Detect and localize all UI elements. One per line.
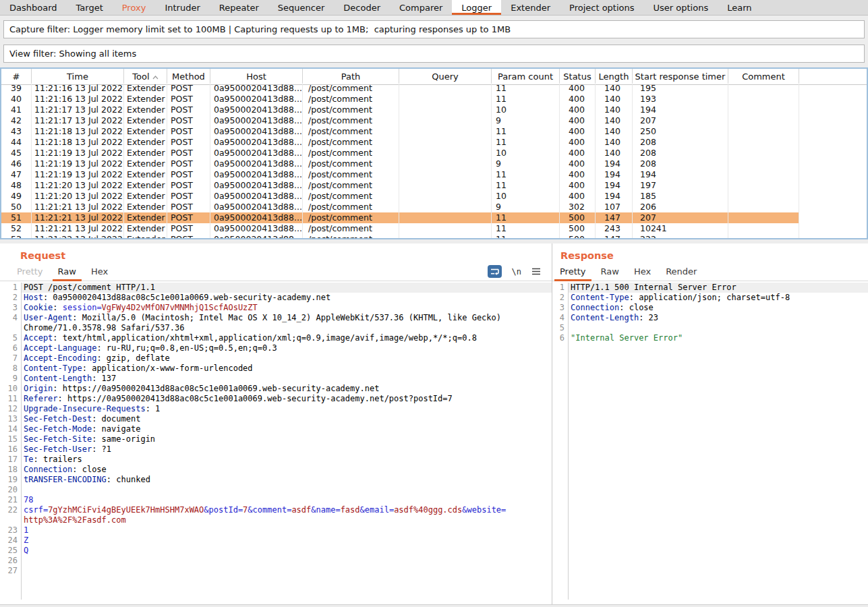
menu-tab-logger[interactable]: Logger — [452, 0, 501, 15]
newline-toggle-icon[interactable]: \n — [512, 267, 521, 277]
line-number: 6 — [0, 343, 21, 353]
editor-line: 5Accept: text/html,application/xhtml+xml… — [0, 333, 552, 343]
code-segment: Cookie — [24, 303, 53, 312]
code-segment: Connection — [571, 303, 619, 312]
line-number: 12 — [0, 404, 21, 414]
column-header-start-response-timer[interactable]: Start response timer — [633, 69, 728, 84]
menu-tab-label: Decoder — [343, 3, 380, 13]
menu-tab-decoder[interactable]: Decoder — [334, 0, 390, 15]
code-segment: Upgrade-Insecure-Requests — [24, 404, 146, 413]
menu-tab-user-options[interactable]: User options — [644, 0, 718, 15]
editor-menu-icon[interactable] — [531, 268, 541, 275]
editor-line: 19tRANSFER-ENCODING: chunked — [0, 475, 552, 485]
cell-tool: Extender — [124, 94, 167, 105]
response-tab-render[interactable]: Render — [658, 262, 704, 281]
table-row[interactable]: 5311:21:22 13 Jul 2022ExtenderPOST0a9500… — [1, 234, 799, 239]
menu-tab-learn[interactable]: Learn — [718, 0, 761, 15]
table-row[interactable]: 3911:21:16 13 Jul 2022ExtenderPOST0a9500… — [1, 83, 799, 94]
cell-status: 400 — [560, 180, 596, 191]
column-header-tool[interactable]: Tool — [124, 69, 167, 84]
cell-params: 9 — [492, 202, 560, 212]
column-header-method[interactable]: Method — [167, 69, 210, 84]
cell-status: 400 — [560, 148, 596, 158]
code-segment: &comment= — [248, 505, 291, 515]
column-header-time[interactable]: Time — [32, 69, 124, 84]
cell-tool: Extender — [124, 148, 167, 158]
code-segment: : Mozilla/5.0 (Macintosh; Intel Mac OS X… — [72, 313, 501, 322]
column-header-path[interactable]: Path — [303, 69, 399, 84]
table-row[interactable]: 4411:21:18 13 Jul 2022ExtenderPOST0a9500… — [1, 137, 799, 148]
cell-time: 11:21:22 13 Jul 2022 — [32, 234, 124, 239]
cell-path: /post/comment — [303, 94, 399, 105]
column-header-filler — [799, 69, 867, 84]
table-row[interactable]: 4811:21:20 13 Jul 2022ExtenderPOST0a9500… — [1, 180, 799, 191]
table-row[interactable]: 4211:21:17 13 Jul 2022ExtenderPOST0a9500… — [1, 115, 799, 126]
code-line: Cookie: session=VgFWy4D2vMfON7vMNMhjQ1Sc… — [21, 303, 552, 313]
menu-tab-proxy[interactable]: Proxy — [113, 0, 156, 15]
code-line: http%3A%2F%2Fasdf.com — [21, 515, 552, 525]
request-tab-raw[interactable]: Raw — [51, 262, 84, 281]
editor-line: 1HTTP/1.1 500 Internal Server Error — [552, 283, 868, 293]
menu-tab-project-options[interactable]: Project options — [560, 0, 644, 15]
request-editor[interactable]: 1POST /post/comment HTTP/1.12Host: 0a950… — [0, 283, 552, 600]
table-row[interactable]: 5111:21:21 13 Jul 2022ExtenderPOST0a9500… — [1, 212, 799, 223]
editor-line: 4Content-Length: 23 — [552, 313, 868, 323]
code-line: Accept: text/html,application/xhtml+xml,… — [21, 333, 552, 343]
code-segment: : https://0a9500020413d88ac08c5c1e001a00… — [58, 394, 453, 403]
menu-tab-sequencer[interactable]: Sequencer — [268, 0, 334, 15]
table-row[interactable]: 4511:21:19 13 Jul 2022ExtenderPOST0a9500… — [1, 148, 799, 158]
cell-method: POST — [167, 94, 210, 105]
capture-filter-bar[interactable]: Capture filter: Logger memory limit set … — [3, 20, 865, 38]
column-header-status[interactable]: Status — [560, 69, 596, 84]
cell-status: 500 — [560, 234, 596, 239]
cell-host: 0a9500020413d88... — [210, 148, 303, 158]
table-row[interactable]: 4611:21:19 13 Jul 2022ExtenderPOST0a9500… — [1, 158, 799, 169]
table-row[interactable]: 4311:21:18 13 Jul 2022ExtenderPOST0a9500… — [1, 126, 799, 137]
code-segment: Accept-Language — [24, 343, 96, 353]
cell-path: /post/comment — [303, 212, 399, 223]
request-tab-hex[interactable]: Hex — [84, 262, 115, 281]
table-row[interactable]: 4911:21:20 13 Jul 2022ExtenderPOST0a9500… — [1, 191, 799, 202]
code-segment: : navigate — [92, 424, 140, 434]
cell-query — [399, 94, 492, 105]
response-tab-raw[interactable]: Raw — [594, 262, 627, 281]
editor-line: 3Connection: close — [552, 303, 868, 313]
cell-time: 11:21:16 13 Jul 2022 — [32, 94, 124, 105]
request-tab-pretty[interactable]: Pretty — [9, 262, 51, 281]
response-tab-pretty[interactable]: Pretty — [552, 262, 594, 281]
cell-time: 11:21:20 13 Jul 2022 — [32, 191, 124, 202]
table-row[interactable]: 4111:21:17 13 Jul 2022ExtenderPOST0a9500… — [1, 105, 799, 115]
table-row[interactable]: 4011:21:16 13 Jul 2022ExtenderPOST0a9500… — [1, 94, 799, 105]
menu-tab-repeater[interactable]: Repeater — [210, 0, 268, 15]
word-wrap-icon[interactable] — [488, 265, 502, 278]
menu-tab-dashboard[interactable]: Dashboard — [0, 0, 67, 15]
column-header-num[interactable]: # — [1, 69, 32, 84]
cell-path: /post/comment — [303, 148, 399, 158]
cell-num: 41 — [1, 105, 32, 115]
response-tab-hex[interactable]: Hex — [627, 262, 658, 281]
table-row[interactable]: 4711:21:19 13 Jul 2022ExtenderPOST0a9500… — [1, 169, 799, 180]
editor-line: 17Te: trailers — [0, 455, 552, 465]
menu-tab-label: Comparer — [399, 3, 442, 13]
code-line: Origin: https://0a9500020413d88ac08c5c1e… — [21, 384, 552, 394]
menu-tab-extender[interactable]: Extender — [501, 0, 560, 15]
code-segment: Q — [24, 546, 28, 555]
cell-timer: 185 — [633, 191, 728, 202]
cell-timer: 10241 — [633, 223, 728, 234]
cell-timer: 208 — [633, 158, 728, 169]
column-header-host[interactable]: Host — [210, 69, 303, 84]
column-header-query[interactable]: Query — [399, 69, 492, 84]
response-editor[interactable]: 1HTTP/1.1 500 Internal Server Error2Cont… — [552, 283, 868, 600]
view-filter-bar[interactable]: View filter: Showing all items — [3, 45, 865, 63]
menu-tab-comparer[interactable]: Comparer — [390, 0, 452, 15]
table-row[interactable]: 5211:21:21 13 Jul 2022ExtenderPOST0a9500… — [1, 223, 799, 234]
column-header-param-count[interactable]: Param count — [492, 69, 560, 84]
menu-tab-target[interactable]: Target — [67, 0, 113, 15]
menu-tab-intruder[interactable]: Intruder — [155, 0, 209, 15]
column-header-comment[interactable]: Comment — [728, 69, 799, 84]
column-header-length[interactable]: Length — [596, 69, 633, 84]
line-number: 14 — [0, 424, 21, 434]
cell-method: POST — [167, 234, 210, 239]
cell-comment — [728, 115, 799, 126]
table-row[interactable]: 5011:21:21 13 Jul 2022ExtenderPOST0a9500… — [1, 202, 799, 212]
